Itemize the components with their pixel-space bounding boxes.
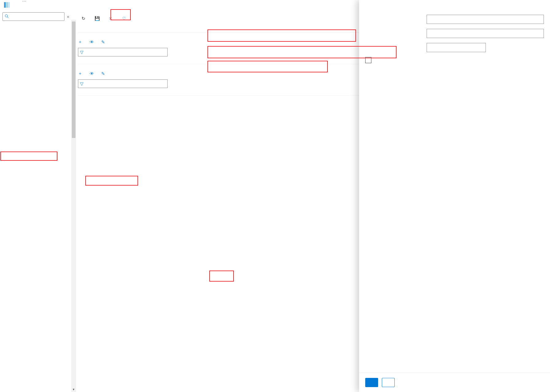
save-button[interactable]: 💾 (91, 15, 104, 22)
dots-icon[interactable]: … (22, 0, 26, 2)
svg-line-4 (7, 17, 9, 18)
filter-icon: ▽ (80, 50, 83, 55)
advanced-app-edit-button[interactable]: ✎ (101, 40, 107, 44)
name-input[interactable] (427, 15, 544, 24)
deployment-slot-checkbox[interactable] (365, 57, 371, 63)
filter-icon: ▽ (80, 81, 83, 86)
search-input[interactable] (11, 14, 62, 19)
new-connection-string-button[interactable]: ＋ (78, 71, 84, 76)
feedback-button[interactable]: ♡ (118, 15, 131, 22)
ok-button[interactable] (365, 378, 378, 387)
plus-icon: ＋ (78, 39, 82, 45)
filter-conn-strings[interactable]: ▽ (78, 79, 168, 88)
refresh-button[interactable]: ↻ (78, 15, 91, 22)
svg-rect-1 (6, 2, 8, 8)
type-select[interactable] (427, 43, 486, 52)
eye-icon: 👁 (90, 40, 94, 44)
plus-icon: ＋ (78, 71, 82, 76)
appservice-logo-icon (2, 1, 11, 9)
svg-rect-0 (4, 2, 6, 8)
sidebar-search[interactable] (2, 12, 64, 21)
pencil-icon: ✎ (101, 40, 105, 44)
save-icon: 💾 (95, 16, 99, 21)
refresh-icon: ↻ (81, 16, 86, 21)
collapse-sidebar-icon[interactable]: « (67, 14, 69, 19)
new-app-setting-button[interactable]: ＋ (78, 39, 84, 45)
discard-icon: ✕ (108, 16, 113, 21)
search-icon (5, 14, 9, 19)
value-input[interactable] (427, 29, 544, 38)
show-app-values-button[interactable]: 👁 (90, 40, 96, 44)
advanced-conn-edit-button[interactable]: ✎ (101, 71, 107, 76)
discard-button[interactable]: ✕ (105, 15, 118, 22)
svg-point-3 (5, 14, 8, 17)
show-conn-values-button[interactable]: 👁 (90, 71, 96, 76)
heart-icon: ♡ (122, 16, 126, 21)
pencil-icon: ✎ (101, 71, 105, 76)
svg-rect-2 (8, 2, 10, 8)
connection-string-panel (359, 10, 550, 392)
eye-icon: 👁 (90, 71, 94, 76)
filter-app-settings[interactable]: ▽ (78, 48, 168, 56)
cancel-button[interactable] (382, 378, 395, 387)
